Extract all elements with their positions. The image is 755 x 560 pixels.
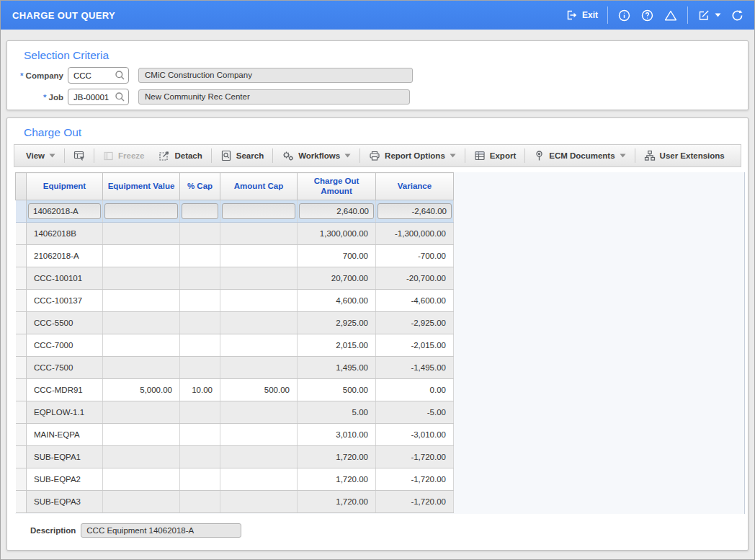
cell-amount-cap[interactable]: 500.00: [220, 379, 298, 401]
row-selector-gutter[interactable]: [16, 245, 27, 267]
report-options-menu-button[interactable]: Report Options: [362, 145, 463, 166]
view-menu-button[interactable]: View: [19, 145, 63, 166]
warning-icon[interactable]: [664, 9, 678, 22]
cell-amount-cap[interactable]: [220, 357, 298, 379]
row-selector-gutter[interactable]: [16, 379, 27, 401]
cell-variance[interactable]: -5.00: [376, 401, 454, 424]
cell-pct-cap[interactable]: [180, 491, 220, 513]
cell-variance[interactable]: -2,015.00: [376, 334, 454, 357]
cell-charge-out-amount[interactable]: 2,640.00: [298, 200, 376, 223]
table-row[interactable]: 21062018-A700.00-700.00: [16, 245, 454, 267]
workflows-menu-button[interactable]: Workflows: [274, 145, 358, 166]
cell-charge-out-amount[interactable]: 20,700.00: [298, 267, 376, 290]
cell-equipment[interactable]: EQPLOW-1.1: [27, 401, 103, 424]
cell-equipment[interactable]: MAIN-EQPA: [27, 424, 103, 446]
cell-charge-out-amount[interactable]: 500.00: [298, 379, 376, 401]
table-row[interactable]: SUB-EQPA31,720.00-1,720.00: [16, 491, 454, 513]
cell-variance[interactable]: -1,720.00: [376, 491, 454, 513]
cell-equipment[interactable]: SUB-EQPA1: [27, 446, 103, 468]
equipment-grid-viewport[interactable]: Equipment Equipment Value % Cap Amount C…: [15, 172, 745, 514]
table-row[interactable]: CCC-MDR915,000.0010.00500.00500.000.00: [16, 379, 454, 401]
cell-amount-cap[interactable]: [220, 223, 298, 245]
table-row[interactable]: SUB-EQPA11,720.00-1,720.00: [16, 446, 454, 468]
row-selector-gutter[interactable]: [16, 424, 27, 446]
cell-input-variance[interactable]: -2,640.00: [378, 203, 452, 219]
cell-equipment-value[interactable]: [103, 245, 180, 267]
cell-equipment-value[interactable]: [103, 401, 180, 424]
cell-variance[interactable]: -4,600.00: [376, 290, 454, 312]
cell-input-equipment[interactable]: 14062018-A: [28, 203, 101, 219]
row-selector-gutter[interactable]: [16, 468, 27, 491]
cell-variance[interactable]: -1,495.00: [376, 357, 454, 379]
cell-charge-out-amount[interactable]: 5.00: [298, 401, 376, 424]
cell-equipment-value[interactable]: [103, 424, 180, 446]
cell-equipment[interactable]: CCC-100101: [27, 267, 103, 290]
column-header-equipment-value[interactable]: Equipment Value: [103, 173, 180, 200]
cell-input-amount-cap[interactable]: [222, 203, 295, 219]
cell-amount-cap[interactable]: [220, 491, 298, 513]
search-lov-icon[interactable]: [115, 92, 125, 105]
cell-amount-cap[interactable]: [220, 290, 298, 312]
cell-pct-cap[interactable]: 10.00: [180, 379, 220, 401]
cell-equipment[interactable]: 21062018-A: [27, 245, 103, 267]
cell-equipment[interactable]: 14062018-A: [27, 200, 103, 223]
ecm-documents-menu-button[interactable]: ECM Documents: [527, 145, 633, 166]
cell-pct-cap[interactable]: [180, 267, 220, 290]
cell-equipment[interactable]: SUB-EQPA2: [27, 468, 103, 491]
cell-charge-out-amount[interactable]: 2,925.00: [298, 312, 376, 334]
table-row[interactable]: 14062018B1,300,000.00-1,300,000.00: [16, 223, 454, 245]
cell-pct-cap[interactable]: [180, 312, 220, 334]
cell-amount-cap[interactable]: [220, 424, 298, 446]
row-selector-gutter[interactable]: [16, 267, 27, 290]
cell-pct-cap[interactable]: [180, 401, 220, 424]
refresh-icon[interactable]: [731, 9, 744, 22]
row-selector-gutter[interactable]: [16, 401, 27, 424]
cell-pct-cap[interactable]: [180, 357, 220, 379]
cell-pct-cap[interactable]: [180, 245, 220, 267]
edit-menu-button[interactable]: [697, 9, 721, 22]
cell-variance[interactable]: -2,925.00: [376, 312, 454, 334]
query-by-example-button[interactable]: [66, 145, 92, 166]
cell-amount-cap[interactable]: [220, 334, 298, 357]
cell-equipment-value[interactable]: [103, 446, 180, 468]
cell-equipment-value[interactable]: [103, 468, 180, 491]
column-header-charge-out-amount[interactable]: Charge Out Amount: [298, 173, 376, 200]
row-selector-gutter[interactable]: [16, 200, 27, 223]
cell-charge-out-amount[interactable]: 700.00: [298, 245, 376, 267]
cell-variance[interactable]: -2,640.00: [376, 200, 454, 223]
cell-charge-out-amount[interactable]: 1,300,000.00: [298, 223, 376, 245]
cell-equipment-value[interactable]: [103, 357, 180, 379]
table-row[interactable]: 14062018-A2,640.00-2,640.00: [16, 200, 454, 223]
row-selector-gutter[interactable]: [16, 446, 27, 468]
row-selector-gutter[interactable]: [16, 357, 27, 379]
cell-pct-cap[interactable]: [180, 290, 220, 312]
cell-equipment-value[interactable]: [103, 267, 180, 290]
table-row[interactable]: MAIN-EQPA3,010.00-3,010.00: [16, 424, 454, 446]
cell-equipment-value[interactable]: [103, 200, 180, 223]
cell-variance[interactable]: -1,300,000.00: [376, 223, 454, 245]
table-row[interactable]: SUB-EQPA21,720.00-1,720.00: [16, 468, 454, 491]
column-header-equipment[interactable]: Equipment: [27, 173, 103, 200]
cell-amount-cap[interactable]: [220, 312, 298, 334]
row-selector-gutter[interactable]: [16, 290, 27, 312]
cell-pct-cap[interactable]: [180, 334, 220, 357]
cell-charge-out-amount[interactable]: 1,495.00: [298, 357, 376, 379]
cell-charge-out-amount[interactable]: 1,720.00: [298, 468, 376, 491]
cell-charge-out-amount[interactable]: 1,720.00: [298, 446, 376, 468]
row-selector-gutter[interactable]: [16, 491, 27, 513]
cell-amount-cap[interactable]: [220, 446, 298, 468]
cell-variance[interactable]: -700.00: [376, 245, 454, 267]
column-header-pct-cap[interactable]: % Cap: [180, 173, 220, 200]
column-header-variance[interactable]: Variance: [376, 173, 454, 200]
cell-pct-cap[interactable]: [180, 424, 220, 446]
table-row[interactable]: EQPLOW-1.15.00-5.00: [16, 401, 454, 424]
search-button[interactable]: Search: [213, 145, 271, 166]
cell-equipment-value[interactable]: [103, 223, 180, 245]
export-button[interactable]: Export: [467, 145, 523, 166]
table-row[interactable]: CCC-55002,925.00-2,925.00: [16, 312, 454, 334]
table-row[interactable]: CCC-10010120,700.00-20,700.00: [16, 267, 454, 290]
cell-equipment[interactable]: CCC-MDR91: [27, 379, 103, 401]
row-selector-gutter[interactable]: [16, 312, 27, 334]
cell-pct-cap[interactable]: [180, 223, 220, 245]
cell-pct-cap[interactable]: [180, 200, 220, 223]
